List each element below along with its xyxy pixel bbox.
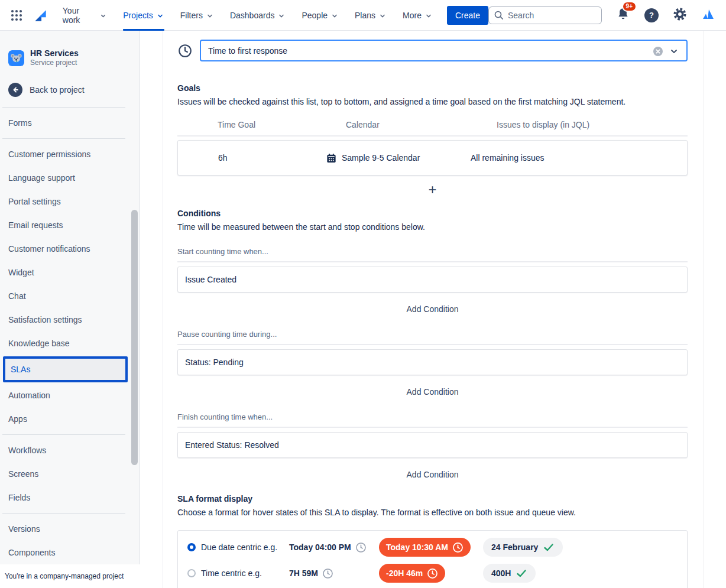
sidebar-item-customer-permissions[interactable]: Customer permissions (0, 142, 140, 166)
time-centric-radio[interactable]: Time centric e.g. (187, 568, 289, 578)
calendar-icon (326, 152, 337, 164)
nav-people[interactable]: People (302, 0, 339, 31)
sidebar-item-portal-settings[interactable]: Portal settings (0, 190, 140, 213)
sla-select-value: Time to first response (208, 46, 287, 56)
overdue-value: -20H 46m (386, 568, 423, 578)
met-pill: 400H (483, 564, 536, 583)
divider (177, 344, 688, 345)
sidebar-item-customer-notifications[interactable]: Customer notifications (0, 237, 140, 261)
project-type: Service project (30, 59, 79, 67)
nav-filters[interactable]: Filters (180, 0, 214, 31)
column-jql: Issues to display (in JQL) (470, 120, 688, 129)
clear-x-icon[interactable] (653, 47, 663, 56)
primary-nav: Your work Projects Filters Dashboards Pe… (63, 0, 433, 31)
chevron-down-icon (330, 12, 339, 20)
jira-logo-icon[interactable] (33, 8, 48, 23)
sidebar-item-workflows[interactable]: Workflows (0, 438, 140, 462)
arrow-left-circle-icon (8, 83, 22, 97)
finish-condition-value[interactable]: Entered Status: Resolved (177, 432, 688, 458)
sidebar-divider (2, 513, 125, 514)
check-icon (543, 541, 555, 553)
project-header: HR Services Service project (0, 31, 140, 67)
clock-icon (452, 542, 464, 553)
clock-icon (355, 542, 367, 553)
sidebar-scrollbar[interactable] (131, 210, 138, 465)
chevron-down-icon (156, 12, 164, 20)
sidebar-item-forms[interactable]: Forms (0, 111, 140, 135)
settings-button[interactable] (672, 7, 688, 24)
sidebar-item-knowledge-base[interactable]: Knowledge base (0, 332, 140, 355)
format-title: SLA format display (177, 494, 688, 503)
koala-avatar (8, 50, 24, 66)
goals-description: Issues will be checked against this list… (177, 97, 688, 106)
sidebar-item-fields[interactable]: Fields (0, 486, 140, 509)
project-sidebar: HR Services Service project Back to proj… (0, 31, 140, 588)
goals-title: Goals (177, 83, 688, 93)
due-date-centric-radio[interactable]: Due date centric e.g. (187, 542, 289, 552)
sla-selector-row: Time to first response (177, 40, 688, 61)
help-glyph: ? (649, 11, 654, 20)
overdue-pill: -20H 46m (379, 564, 445, 583)
finish-condition-group: Finish counting time when... Entered Sta… (177, 412, 688, 480)
format-options-card: Due date centric e.g. Today 04:00 PM (177, 530, 688, 588)
nav-plans[interactable]: Plans (355, 0, 387, 31)
sidebar-item-slas-selected: SLAs (3, 356, 128, 382)
sidebar-item-screens[interactable]: Screens (0, 462, 140, 486)
sidebar-item-language-support[interactable]: Language support (0, 166, 140, 190)
notifications-button[interactable]: 9+ (615, 7, 631, 24)
due-date-plain-example: Today 04:00 PM (289, 542, 379, 553)
add-goal-button[interactable]: + (428, 183, 436, 197)
check-icon (516, 567, 527, 579)
nav-more[interactable]: More (403, 0, 433, 31)
time-centric-overdue-cell: -20H 46m (379, 564, 483, 583)
chevron-down-icon (378, 12, 387, 20)
nav-label: Your work (63, 6, 96, 25)
sla-name-select[interactable]: Time to first response (200, 40, 688, 61)
nav-dashboards[interactable]: Dashboards (230, 0, 286, 31)
nav-projects[interactable]: Projects (123, 0, 164, 31)
goals-table-header: Time Goal Calendar Issues to display (in… (177, 114, 688, 137)
sidebar-item-components[interactable]: Components (0, 541, 140, 564)
start-condition-value[interactable]: Issue Created (177, 267, 688, 293)
top-navigation: Your work Projects Filters Dashboards Pe… (0, 0, 726, 31)
chevron-down-icon (669, 46, 679, 57)
goals-section: Goals Issues will be checked against thi… (177, 83, 688, 197)
sidebar-item-versions[interactable]: Versions (0, 517, 140, 541)
format-description: Choose a format for hover states of this… (177, 508, 688, 517)
back-to-project[interactable]: Back to project (8, 83, 140, 97)
pause-condition-group: Pause counting time during... Status: Pe… (177, 330, 688, 397)
overdue-pill: Today 10:30 AM (379, 538, 471, 557)
search-input[interactable] (488, 7, 602, 24)
sidebar-item-automation[interactable]: Automation (0, 384, 140, 407)
column-time-goal: Time Goal (177, 120, 319, 129)
sla-settings-main: Time to first response Goals Issues will… (140, 31, 726, 588)
sidebar-item-widget[interactable]: Widget (0, 261, 140, 284)
goal-jql: All remaining issues (471, 153, 687, 163)
app-switcher-icon[interactable] (11, 9, 24, 22)
back-label: Back to project (30, 85, 85, 95)
met-value: 24 February (491, 542, 538, 552)
create-button[interactable]: Create (447, 6, 488, 25)
goal-calendar: Sample 9-5 Calendar (320, 152, 471, 164)
goal-row[interactable]: 6h Sample 9-5 Calendar (177, 140, 688, 176)
add-start-condition-link[interactable]: Add Condition (407, 304, 459, 314)
nav-label: Filters (180, 11, 203, 20)
nav-label: More (403, 11, 422, 20)
sidebar-item-slas[interactable]: SLAs (5, 359, 125, 380)
sidebar-item-satisfaction-settings[interactable]: Satisfaction settings (0, 308, 140, 332)
sidebar-item-chat[interactable]: Chat (0, 284, 140, 308)
pause-condition-value[interactable]: Status: Pending (177, 349, 688, 375)
time-centric-plain-example: 7H 59M (289, 568, 379, 579)
sidebar-item-apps[interactable]: Apps (0, 407, 140, 431)
sidebar-divider (2, 434, 125, 435)
add-pause-condition-link[interactable]: Add Condition (407, 387, 459, 397)
sidebar-item-email-requests[interactable]: Email requests (0, 213, 140, 237)
panel-border-left (163, 31, 163, 588)
help-button[interactable]: ? (644, 8, 659, 22)
nav-your-work[interactable]: Your work (63, 0, 107, 31)
gear-icon (672, 7, 688, 22)
radio-selected-icon (187, 543, 196, 551)
chevron-down-icon (206, 12, 214, 20)
add-finish-condition-link[interactable]: Add Condition (407, 470, 459, 479)
atlassian-logo-icon[interactable] (701, 7, 715, 24)
